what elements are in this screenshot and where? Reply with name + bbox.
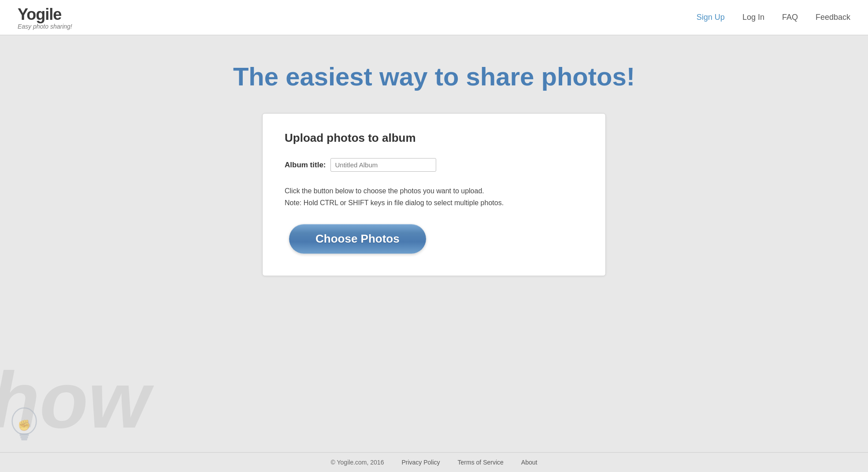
watermark-text: how [0,354,150,446]
footer-privacy-policy[interactable]: Privacy Policy [401,459,440,466]
main-content: The easiest way to share photos! Upload … [0,35,868,294]
svg-rect-1 [20,433,29,436]
svg-point-0 [12,408,37,435]
album-title-input[interactable] [330,158,436,172]
upload-instructions: Click the button below to choose the pho… [285,185,583,209]
svg-rect-2 [20,436,28,439]
bulb-icon: ✊ [4,402,44,454]
header: Yogile Easy photo sharing! Sign Up Log I… [0,0,868,35]
nav: Sign Up Log In FAQ Feedback [697,13,850,22]
logo-subtitle: Easy photo sharing! [18,23,72,30]
svg-rect-3 [21,439,27,440]
album-title-label: Album title: [285,161,326,170]
instruction-line-1: Click the button below to choose the pho… [285,185,583,197]
svg-text:✊: ✊ [18,419,31,431]
signup-link[interactable]: Sign Up [697,13,725,22]
hero-title: The easiest way to share photos! [233,62,635,91]
choose-photos-button[interactable]: Choose Photos [289,224,426,254]
footer-copyright: © Yogile.com, 2016 [331,459,384,466]
upload-card-title: Upload photos to album [285,131,583,145]
album-title-row: Album title: [285,158,583,172]
logo-title: Yogile [18,5,72,24]
footer-terms-of-service[interactable]: Terms of Service [458,459,504,466]
instruction-line-2: Note: Hold CTRL or SHIFT keys in file di… [285,197,583,209]
faq-link[interactable]: FAQ [782,13,798,22]
logo: Yogile Easy photo sharing! [18,5,72,30]
upload-card: Upload photos to album Album title: Clic… [262,113,606,276]
login-link[interactable]: Log In [742,13,764,22]
footer-about[interactable]: About [521,459,538,466]
feedback-link[interactable]: Feedback [816,13,850,22]
footer: © Yogile.com, 2016 Privacy Policy Terms … [0,452,868,472]
